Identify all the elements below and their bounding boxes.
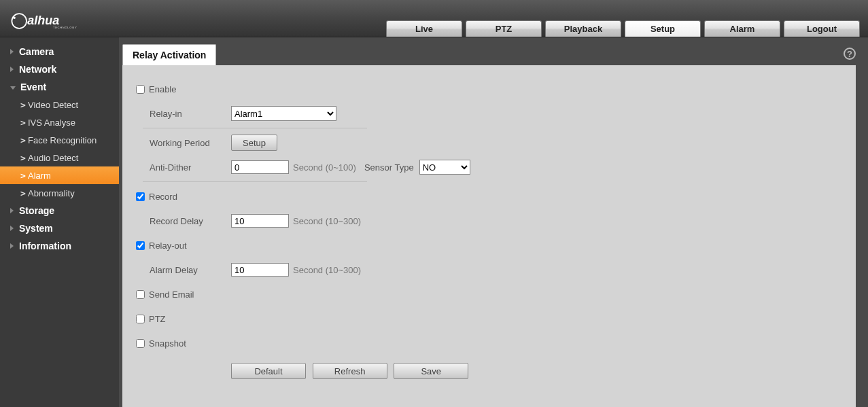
record-delay-label: Record Delay: [143, 216, 231, 226]
tab-bar: Relay Activation ?: [122, 44, 856, 65]
nav-setup[interactable]: Setup: [625, 20, 701, 37]
help-icon[interactable]: ?: [844, 48, 856, 60]
chevron-icon: >: [20, 188, 24, 198]
record-delay-unit: Second (10~300): [293, 216, 361, 226]
nav-alarm[interactable]: Alarm: [704, 20, 780, 37]
record-label: Record: [149, 192, 177, 202]
sidebar-item-system[interactable]: System: [0, 219, 119, 237]
sidebar: Camera Network Event > Video Detect > IV…: [0, 37, 119, 407]
chevron-down-icon: [10, 86, 16, 90]
sidebar-sub-label: IVS Analyse: [28, 118, 75, 128]
sidebar-label: Camera: [19, 46, 54, 57]
snapshot-label: Snapshot: [149, 338, 186, 349]
nav-logout[interactable]: Logout: [784, 20, 860, 37]
sidebar-label: Event: [20, 82, 46, 92]
nav-live[interactable]: Live: [386, 20, 462, 37]
svg-text:alhua: alhua: [27, 14, 59, 27]
svg-point-0: [12, 14, 27, 29]
anti-dither-input[interactable]: [231, 160, 289, 174]
sidebar-sub-label: Alarm: [28, 171, 51, 181]
sensor-type-label: Sensor Type: [364, 162, 414, 173]
settings-panel: Enable Relay-in Alarm1 Working Period Se…: [122, 65, 856, 407]
record-checkbox[interactable]: [136, 192, 145, 201]
sidebar-item-information[interactable]: Information: [0, 237, 119, 255]
snapshot-checkbox[interactable]: [136, 339, 145, 348]
sidebar-sub-audio-detect[interactable]: > Audio Detect: [0, 149, 119, 166]
anti-dither-unit: Second (0~100): [293, 162, 356, 173]
sidebar-sub-label: Video Detect: [28, 100, 78, 110]
sensor-type-block: Sensor Type NO: [364, 160, 470, 175]
relay-out-label: Relay-out: [149, 241, 187, 251]
row-snapshot: Snapshot: [136, 333, 842, 353]
enable-checkbox[interactable]: [136, 85, 145, 94]
relay-out-checkbox[interactable]: [136, 241, 145, 250]
send-email-checkbox[interactable]: [136, 290, 145, 299]
chevron-right-icon: [10, 243, 14, 249]
tab-relay-activation[interactable]: Relay Activation: [122, 44, 216, 65]
alarm-delay-label: Alarm Delay: [143, 265, 231, 275]
sidebar-item-event[interactable]: Event: [0, 78, 119, 96]
row-alarm-delay: Alarm Delay Second (10~300): [136, 260, 842, 280]
sidebar-label: System: [19, 223, 53, 234]
header: alhua TECHNOLOGY Live PTZ Playback Setup…: [0, 0, 868, 37]
sidebar-sub-abnormality[interactable]: > Abnormality: [0, 184, 119, 202]
chevron-right-icon: [10, 208, 14, 213]
sidebar-sub-label: Abnormality: [28, 188, 75, 198]
alarm-delay-input[interactable]: [231, 263, 289, 277]
main: Relay Activation ? Enable Relay-in Alarm…: [119, 37, 868, 407]
chevron-icon: >: [20, 153, 24, 163]
default-button[interactable]: Default: [231, 363, 306, 379]
logo-icon: alhua TECHNOLOGY: [10, 11, 92, 31]
row-record: Record: [136, 186, 842, 207]
sidebar-sub-ivs-analyse[interactable]: > IVS Analyse: [0, 113, 119, 131]
setup-button[interactable]: Setup: [231, 135, 277, 151]
footer-buttons: Default Refresh Save: [136, 363, 842, 379]
sidebar-sub-video-detect[interactable]: > Video Detect: [0, 96, 119, 113]
chevron-icon: >: [20, 135, 24, 145]
svg-point-1: [13, 16, 16, 19]
chevron-icon: >: [20, 118, 24, 128]
sidebar-sub-label: Face Recognition: [28, 135, 97, 145]
body: Camera Network Event > Video Detect > IV…: [0, 37, 868, 407]
refresh-button[interactable]: Refresh: [313, 363, 387, 379]
ptz-checkbox[interactable]: [136, 315, 145, 323]
sidebar-label: Storage: [19, 205, 54, 216]
row-anti-dither: Anti-Dither Second (0~100) Sensor Type N…: [136, 157, 842, 177]
brand-logo: alhua TECHNOLOGY: [10, 11, 92, 31]
row-working-period: Working Period Setup: [136, 132, 842, 153]
working-period-label: Working Period: [143, 138, 231, 148]
row-record-delay: Record Delay Second (10~300): [136, 211, 842, 231]
chevron-icon: >: [20, 171, 24, 181]
relay-in-label: Relay-in: [143, 109, 231, 119]
separator: [143, 181, 367, 182]
sidebar-item-storage[interactable]: Storage: [0, 202, 119, 219]
chevron-right-icon: [10, 226, 14, 231]
sidebar-label: Network: [19, 64, 56, 75]
sidebar-sub-alarm[interactable]: > Alarm: [0, 166, 119, 184]
sensor-type-select[interactable]: NO: [419, 160, 470, 175]
anti-dither-label: Anti-Dither: [143, 162, 231, 173]
alarm-delay-unit: Second (10~300): [293, 265, 361, 275]
enable-label: Enable: [149, 84, 176, 94]
chevron-right-icon: [10, 49, 14, 54]
sidebar-sub-label: Audio Detect: [28, 153, 78, 163]
top-nav: Live PTZ Playback Setup Alarm Logout: [386, 20, 860, 37]
chevron-icon: >: [20, 100, 24, 110]
svg-text:TECHNOLOGY: TECHNOLOGY: [53, 26, 77, 29]
sidebar-item-camera[interactable]: Camera: [0, 43, 119, 60]
sidebar-label: Information: [19, 241, 71, 251]
nav-playback[interactable]: Playback: [545, 20, 621, 37]
row-enable: Enable: [136, 79, 842, 99]
row-ptz: PTZ: [136, 308, 842, 329]
row-relay-in: Relay-in Alarm1: [136, 103, 842, 124]
sidebar-item-network[interactable]: Network: [0, 60, 119, 78]
send-email-label: Send Email: [149, 289, 194, 300]
row-send-email: Send Email: [136, 284, 842, 304]
nav-ptz[interactable]: PTZ: [466, 20, 542, 37]
relay-in-select[interactable]: Alarm1: [231, 106, 336, 121]
record-delay-input[interactable]: [231, 214, 289, 228]
save-button[interactable]: Save: [394, 363, 468, 379]
sidebar-sub-face-recognition[interactable]: > Face Recognition: [0, 131, 119, 149]
row-relay-out: Relay-out: [136, 235, 842, 255]
separator: [143, 128, 367, 128]
